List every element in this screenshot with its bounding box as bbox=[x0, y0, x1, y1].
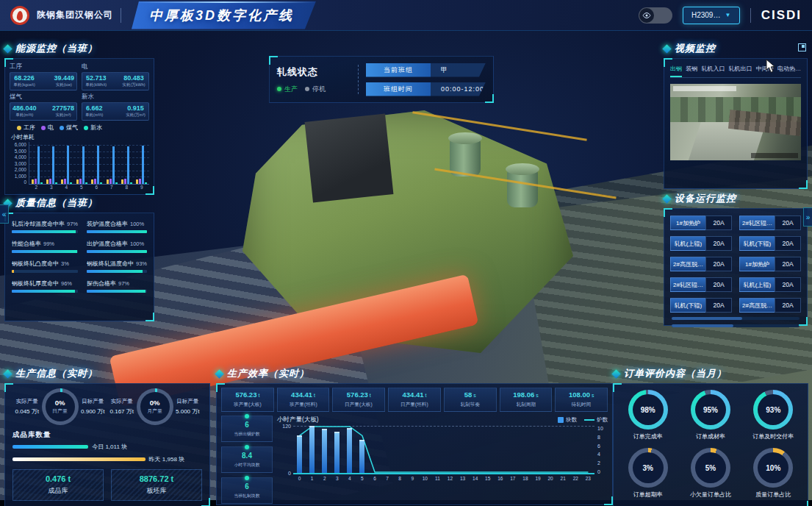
x-tick-label: 8 bbox=[394, 476, 406, 481]
stat-label: 日产量(大板) bbox=[335, 401, 382, 408]
shift-time-value: 00:00-12:00 bbox=[431, 82, 486, 96]
x-tick-label: 9 bbox=[134, 185, 150, 190]
expand-icon[interactable] bbox=[798, 43, 806, 51]
energy-value: 486.040 bbox=[12, 104, 37, 112]
order-donut-cell: 3%订单超期率 bbox=[618, 448, 678, 499]
legend-stopped-label: 停机 bbox=[312, 85, 326, 94]
chevron-down-icon: ▼ bbox=[725, 12, 730, 18]
tab-camera-0[interactable]: 出钢 bbox=[670, 63, 682, 77]
efficiency-stat: 576.23 t班产量(大板) bbox=[221, 388, 274, 412]
bar bbox=[124, 179, 126, 184]
y-tick-label: 8 bbox=[597, 435, 600, 440]
legend-item[interactable]: 电 bbox=[41, 124, 54, 132]
tab-camera-2[interactable]: 轧机入口 bbox=[701, 63, 725, 77]
legend-bar-series[interactable]: 块数 bbox=[558, 416, 577, 424]
collapse-left-arrow[interactable]: « bbox=[0, 204, 9, 224]
device-current-value: 20A bbox=[705, 215, 732, 230]
efficiency-side-stat: 6当班轧制块数 bbox=[221, 477, 273, 504]
x-tick-label: 6 bbox=[368, 476, 381, 481]
camera-feed[interactable] bbox=[670, 84, 801, 160]
cisdi-logo: CISDI bbox=[761, 8, 802, 23]
tab-camera-3[interactable]: 轧机出口 bbox=[729, 63, 752, 77]
device-name: 轧机(下辊) bbox=[739, 236, 775, 251]
order-donut: 3% bbox=[628, 448, 668, 488]
stat-value: 576.23 t bbox=[334, 391, 384, 399]
device-chip: 轧机(上辊)20A bbox=[670, 236, 732, 251]
heat-number-select[interactable]: H2309… ▼ bbox=[683, 7, 740, 24]
energy-panel-title: 能源监控（当班） bbox=[4, 41, 154, 56]
energy-value: 80.483 bbox=[121, 74, 146, 82]
x-tick-label: 5 bbox=[74, 185, 90, 190]
quality-value: 96% bbox=[61, 280, 72, 287]
diamond-icon bbox=[662, 194, 672, 204]
tab-camera-1[interactable]: 装钢 bbox=[686, 63, 697, 77]
y-tick-label: 5,000 bbox=[15, 149, 26, 154]
quality-item: 钢板终轧温度命中93% bbox=[87, 260, 147, 273]
x-tick-label: 16 bbox=[494, 476, 506, 481]
device-name: 轧机(上辊) bbox=[670, 236, 705, 251]
x-tick-label: 7 bbox=[381, 476, 394, 481]
legend-item[interactable]: 工序 bbox=[17, 124, 35, 132]
side-stat-label: 当班出钢炉数 bbox=[226, 431, 268, 437]
quality-progress-fill bbox=[12, 230, 76, 233]
shift-time-row: 班组时间 00:00-12:00 bbox=[366, 82, 486, 96]
bar bbox=[64, 179, 66, 184]
donut-hole: 98% bbox=[633, 394, 664, 425]
x-tick-label: 4 bbox=[343, 476, 356, 481]
slab-store-label: 板坯库 bbox=[115, 486, 198, 496]
device-chip: 2#轧区辊…20A bbox=[670, 277, 732, 292]
quality-item: 钢板终轧厚度命中96% bbox=[12, 279, 78, 293]
side-stat-label: 小时平均块数 bbox=[226, 462, 268, 468]
legend-dot-icon bbox=[17, 126, 21, 130]
order-donut-label: 小欠量订单占比 bbox=[680, 491, 740, 499]
energy-chart-legend: 工序电煤气新水 bbox=[17, 124, 149, 132]
eye-icon bbox=[639, 8, 654, 23]
visibility-toggle[interactable] bbox=[639, 7, 672, 24]
right-axis: 1086420 bbox=[594, 426, 608, 474]
donut-hole: 3% bbox=[633, 452, 664, 483]
divider bbox=[750, 8, 751, 23]
x-tick-label: 3 bbox=[331, 476, 343, 481]
x-axis: 01234567891011121314151617181920212223 bbox=[293, 476, 594, 481]
finished-store-box: 0.476 t 成品库 bbox=[12, 469, 104, 501]
stat-unit: s bbox=[534, 393, 538, 398]
x-tick-label: 21 bbox=[557, 476, 570, 481]
quality-value: 100% bbox=[130, 240, 144, 247]
bar bbox=[46, 179, 48, 184]
legend-line-series[interactable]: 炉数 bbox=[584, 416, 608, 424]
scrollbar-thumb[interactable] bbox=[672, 317, 742, 320]
bar bbox=[127, 146, 129, 184]
x-tick-label: 20 bbox=[545, 476, 557, 481]
device-scrollbar[interactable] bbox=[672, 324, 800, 327]
scrollbar-thumb[interactable] bbox=[672, 324, 733, 327]
line-status-panel: 轧线状态 生产 停机 当前班组 甲 班组时间 00:00-12:00 bbox=[269, 56, 494, 103]
collapse-right-arrow[interactable]: » bbox=[803, 207, 812, 227]
stat-label: 轧制节奏 bbox=[447, 401, 494, 408]
donut-hole: 95% bbox=[695, 394, 726, 425]
legend-item[interactable]: 煤气 bbox=[60, 124, 78, 132]
bar bbox=[142, 146, 144, 184]
quality-label: 钢板终轧温度命中 bbox=[87, 260, 134, 268]
video-panel-title: 视频监控 bbox=[664, 41, 808, 56]
x-tick-label: 3 bbox=[44, 185, 60, 190]
legend-item[interactable]: 新水 bbox=[84, 124, 102, 132]
bar bbox=[347, 428, 352, 473]
quality-item: 性能合格率99% bbox=[12, 240, 78, 253]
energy-group-electricity: 电 52.713单耗(kWh/t) 80.483实耗(万kWh) bbox=[82, 63, 149, 90]
furnace-block bbox=[305, 114, 394, 203]
diamond-icon bbox=[215, 369, 224, 379]
stat-unit: t bbox=[312, 393, 315, 398]
energy-chart-title: 小时单耗 bbox=[11, 133, 149, 141]
value: 0.167 万t bbox=[107, 407, 137, 416]
stat-label: 轧制周期 bbox=[502, 401, 549, 408]
bar bbox=[61, 179, 63, 184]
x-tick-label: 23 bbox=[582, 476, 594, 481]
device-scrollbar[interactable] bbox=[672, 317, 800, 320]
x-tick-label: 13 bbox=[456, 476, 469, 481]
y-tick-label: 1,000 bbox=[15, 174, 26, 179]
device-name: 2#轧区辊… bbox=[670, 277, 705, 292]
device-chip: 2#高压脱…20A bbox=[739, 298, 801, 313]
quality-value: 99% bbox=[43, 240, 54, 247]
tab-camera-5[interactable]: 电动热… bbox=[777, 63, 801, 77]
efficiency-stat: 108.00 s待轧时间 bbox=[555, 388, 608, 412]
